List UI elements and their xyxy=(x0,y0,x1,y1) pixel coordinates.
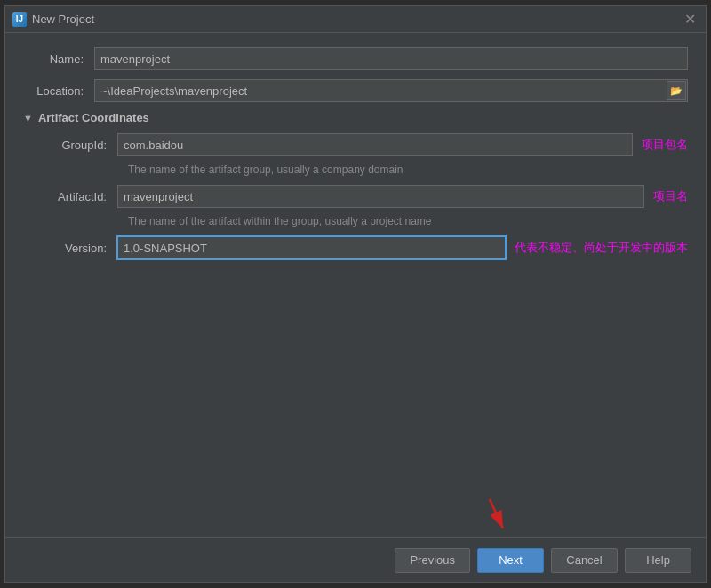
help-button[interactable]: Help xyxy=(625,548,691,573)
version-row: Version: 代表不稳定、尚处于开发中的版本 xyxy=(37,236,688,259)
artifactid-input-wrapper: 项目名 xyxy=(117,185,688,208)
next-button[interactable]: Next xyxy=(477,548,544,573)
artifact-section: GroupId: 项目包名 The name of the artifact g… xyxy=(23,133,688,259)
dialog-footer: Previous Next Cancel Help xyxy=(5,537,706,582)
browse-folder-button[interactable]: 📂 xyxy=(667,81,686,100)
artifact-form: GroupId: 项目包名 The name of the artifact g… xyxy=(23,133,688,259)
title-bar: IJ New Project ✕ xyxy=(5,6,706,33)
artifact-section-title: Artifact Coordinates xyxy=(38,111,149,124)
location-input[interactable] xyxy=(94,79,688,102)
version-annotation: 代表不稳定、尚处于开发中的版本 xyxy=(515,240,688,256)
version-label: Version: xyxy=(37,242,117,255)
dialog-content: Name: Location: 📂 ▼ Artifact Coordinates… xyxy=(5,33,706,537)
groupid-input[interactable] xyxy=(117,133,633,156)
groupid-annotation: 项目包名 xyxy=(642,137,688,153)
previous-button[interactable]: Previous xyxy=(395,548,470,573)
artifactid-input[interactable] xyxy=(117,185,644,208)
title-bar-left: IJ New Project xyxy=(12,12,94,27)
folder-icon: 📂 xyxy=(670,85,683,97)
name-input[interactable] xyxy=(94,47,688,70)
app-icon: IJ xyxy=(12,12,27,27)
location-input-wrapper: 📂 xyxy=(94,79,688,102)
artifactid-label: ArtifactId: xyxy=(37,190,117,203)
version-input[interactable] xyxy=(117,236,506,259)
close-button[interactable]: ✕ xyxy=(681,11,699,28)
name-label: Name: xyxy=(23,52,94,66)
groupid-row: GroupId: 项目包名 xyxy=(37,133,688,156)
artifactid-row: ArtifactId: 项目名 xyxy=(37,185,688,208)
groupid-label: GroupId: xyxy=(37,139,117,152)
version-input-wrapper: 代表不稳定、尚处于开发中的版本 xyxy=(117,236,688,259)
cancel-button[interactable]: Cancel xyxy=(551,548,618,573)
section-toggle-icon[interactable]: ▼ xyxy=(23,113,33,123)
artifactid-annotation: 项目名 xyxy=(653,188,688,204)
artifactid-hint: The name of the artifact within the grou… xyxy=(128,215,688,227)
artifact-section-header: ▼ Artifact Coordinates xyxy=(23,111,688,124)
new-project-dialog: IJ New Project ✕ Name: Location: 📂 ▼ Art… xyxy=(4,5,707,583)
location-row: Location: 📂 xyxy=(23,79,688,102)
groupid-input-wrapper: 项目包名 xyxy=(117,133,688,156)
location-label: Location: xyxy=(23,84,94,98)
groupid-hint: The name of the artifact group, usually … xyxy=(128,163,688,176)
name-row: Name: xyxy=(23,47,688,70)
dialog-title: New Project xyxy=(32,12,94,26)
